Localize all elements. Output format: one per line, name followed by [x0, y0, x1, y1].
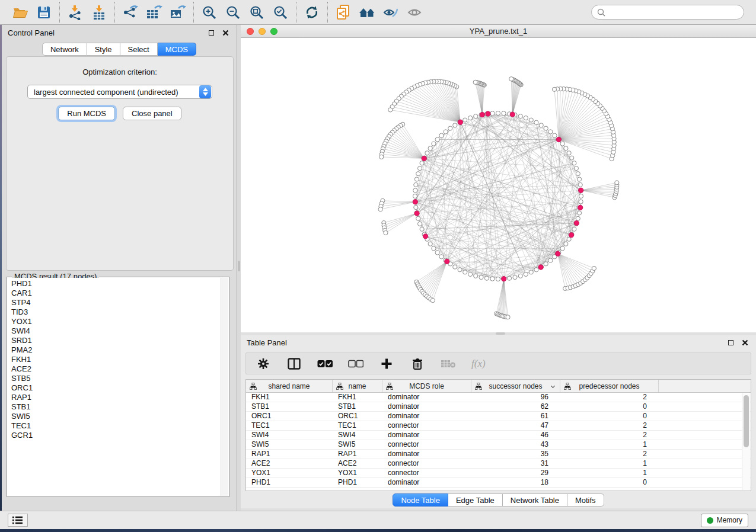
open-folder-icon[interactable] — [8, 2, 32, 23]
mcds-result-group: MCDS result (17 nodes) PHD1CAR1STP4TID3Y… — [7, 277, 229, 497]
list-item[interactable]: TID3 — [11, 307, 221, 317]
network-window-titlebar[interactable]: YPA_prune.txt_1 — [241, 25, 756, 38]
table-cell: dominator — [382, 478, 471, 487]
column-header-name[interactable]: name — [333, 380, 382, 392]
tab-network[interactable]: Network — [42, 43, 87, 56]
list-item[interactable]: SWI5 — [11, 412, 221, 421]
save-icon[interactable] — [32, 2, 56, 23]
memory-button[interactable]: Memory — [701, 514, 748, 527]
show-column-panel-icon[interactable] — [286, 356, 302, 371]
table-cell: 29 — [471, 469, 560, 477]
select-all-icon[interactable] — [317, 356, 333, 371]
table-row[interactable]: SWI4SWI4dominator462 — [246, 431, 751, 440]
table-row[interactable]: FKH1FKH1dominator962 — [246, 393, 751, 402]
table-cell: 1 — [560, 459, 659, 468]
table-cell: 96 — [471, 393, 560, 402]
home-icon[interactable] — [355, 2, 379, 23]
table-row[interactable]: ORC1ORC1dominator610 — [246, 412, 751, 421]
delete-column-icon[interactable] — [410, 356, 425, 371]
zoom-in-icon[interactable] — [197, 2, 221, 23]
column-header-shared-name[interactable]: shared name — [246, 380, 333, 392]
list-item[interactable]: ORC1 — [11, 383, 221, 393]
list-item[interactable]: FKH1 — [11, 355, 221, 364]
table-panel-tabs: Node TableEdge TableNetwork TableMotifs — [241, 493, 756, 507]
list-item[interactable]: ACE2 — [11, 364, 221, 374]
export-table-icon[interactable] — [142, 2, 166, 23]
task-history-button[interactable] — [8, 514, 28, 527]
table-cell: dominator — [382, 431, 471, 440]
table-settings-gear-icon[interactable] — [256, 356, 271, 371]
mcds-list-scrollbar[interactable] — [221, 278, 228, 496]
search-input[interactable] — [609, 8, 738, 17]
list-item[interactable]: PHD1 — [11, 279, 221, 289]
table-row[interactable]: STB1STB1dominator620 — [246, 402, 751, 412]
list-item[interactable]: TEC1 — [11, 421, 221, 431]
import-table-icon[interactable] — [87, 2, 111, 23]
status-bar: Memory — [0, 511, 756, 529]
node-table-body: FKH1FKH1dominator962STB1STB1dominator620… — [246, 393, 751, 488]
list-item[interactable]: RAP1 — [11, 393, 221, 402]
table-cell: PHD1 — [333, 478, 382, 487]
float-table-panel-icon[interactable] — [725, 338, 736, 347]
close-panel-icon[interactable] — [220, 28, 231, 37]
tab-edge-table[interactable]: Edge Table — [448, 493, 503, 507]
table-row[interactable]: ACE2ACE2connector311 — [246, 459, 751, 469]
table-cell: RAP1 — [246, 450, 333, 459]
float-panel-icon[interactable] — [206, 28, 216, 37]
run-mcds-button[interactable]: Run MCDS — [58, 107, 115, 120]
table-row[interactable]: PHD1PHD1dominator180 — [246, 478, 751, 488]
tab-node-table[interactable]: Node Table — [393, 493, 448, 507]
hide-selected-icon[interactable] — [379, 2, 403, 23]
add-column-icon[interactable] — [379, 356, 394, 371]
list-item[interactable]: STB5 — [11, 374, 221, 383]
node-table: shared namenameMCDS rolesuccessor nodesp… — [245, 379, 751, 491]
main-toolbar — [0, 0, 756, 25]
table-cell: SWI5 — [246, 440, 333, 449]
list-item[interactable]: PMA2 — [11, 345, 221, 355]
mcds-tab-content: Optimization criterion: largest connecte… — [6, 56, 234, 271]
application-window: Control Panel NetworkStyleSelectMCDS Opt… — [0, 0, 756, 532]
zoom-selected-icon[interactable] — [269, 2, 292, 23]
import-network-icon[interactable] — [63, 2, 87, 23]
tab-select[interactable]: Select — [120, 43, 158, 56]
refresh-icon[interactable] — [300, 2, 324, 23]
table-row[interactable]: YOX1YOX1connector291 — [246, 469, 751, 478]
tab-network-table[interactable]: Network Table — [503, 493, 567, 507]
search-box[interactable] — [591, 5, 744, 20]
duplicate-network-icon[interactable] — [331, 2, 355, 23]
mcds-result-list[interactable]: PHD1CAR1STP4TID3YOX1SWI4SRD1PMA2FKH1ACE2… — [8, 278, 221, 496]
export-image-icon[interactable] — [166, 2, 190, 23]
tab-motifs[interactable]: Motifs — [567, 493, 604, 507]
table-cell: connector — [382, 459, 471, 468]
close-table-panel-icon[interactable] — [739, 338, 750, 347]
table-cell: YOX1 — [246, 469, 333, 477]
tab-style[interactable]: Style — [87, 43, 120, 56]
zoom-fit-icon[interactable] — [245, 2, 269, 23]
list-item[interactable]: YOX1 — [11, 317, 221, 326]
optimization-criterion-label: Optimization criterion: — [7, 68, 233, 76]
list-item[interactable]: STP4 — [11, 298, 221, 307]
column-header-MCDS-role[interactable]: MCDS role — [382, 380, 471, 392]
table-scrollbar[interactable] — [742, 393, 750, 490]
deselect-all-icon[interactable] — [348, 356, 363, 371]
network-canvas[interactable] — [241, 38, 756, 332]
column-header-predecessor-nodes[interactable]: predecessor nodes — [560, 380, 659, 392]
select-stepper-icon — [199, 85, 211, 98]
export-network-icon[interactable] — [119, 2, 142, 23]
table-row[interactable]: TEC1TEC1connector472 — [246, 421, 751, 431]
criterion-select[interactable]: largest connected component (undirected) — [27, 85, 212, 99]
list-item[interactable]: CAR1 — [11, 289, 221, 298]
table-row[interactable]: RAP1RAP1dominator352 — [246, 450, 751, 459]
list-item[interactable]: SRD1 — [11, 336, 221, 345]
control-panel-tabs: NetworkStyleSelectMCDS — [2, 43, 237, 56]
tab-mcds[interactable]: MCDS — [158, 43, 196, 56]
list-item[interactable]: STB1 — [11, 402, 221, 412]
zoom-out-icon[interactable] — [221, 2, 245, 23]
table-row[interactable]: SWI5SWI5connector431 — [246, 440, 751, 450]
show-all-icon[interactable] — [403, 2, 426, 23]
delete-table-icon-disabled — [441, 356, 456, 371]
list-item[interactable]: SWI4 — [11, 326, 221, 336]
column-header-successor-nodes[interactable]: successor nodes — [471, 380, 560, 392]
list-item[interactable]: GCR1 — [11, 431, 221, 440]
close-panel-button[interactable]: Close panel — [123, 107, 181, 120]
